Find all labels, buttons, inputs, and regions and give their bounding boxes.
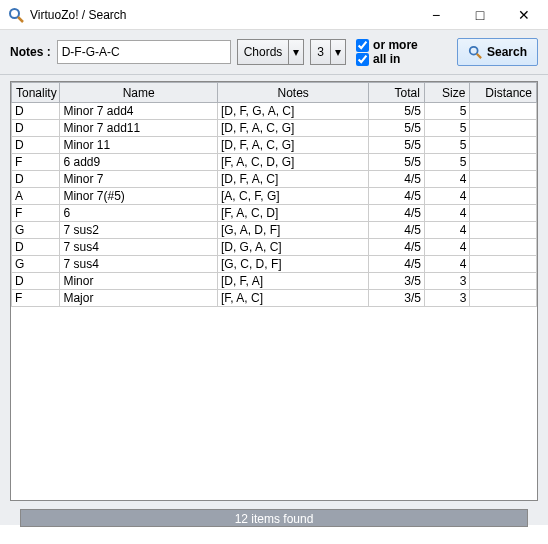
cell-notes: [F, A, C] bbox=[217, 290, 368, 307]
maximize-button[interactable]: □ bbox=[458, 1, 502, 29]
results-table-wrap: Tonality Name Notes Total Size Distance … bbox=[10, 81, 538, 501]
all-in-label: all in bbox=[373, 52, 400, 66]
cell-tonality: D bbox=[12, 137, 60, 154]
all-in-checkbox[interactable] bbox=[356, 53, 369, 66]
results-table: Tonality Name Notes Total Size Distance … bbox=[11, 82, 537, 307]
cell-size: 5 bbox=[424, 154, 469, 171]
cell-notes: [D, F, G, A, C] bbox=[217, 103, 368, 120]
notes-input[interactable] bbox=[57, 40, 231, 64]
cell-distance bbox=[470, 256, 537, 273]
cell-distance bbox=[470, 188, 537, 205]
col-notes[interactable]: Notes bbox=[217, 83, 368, 103]
cell-name: 6 bbox=[60, 205, 218, 222]
cell-size: 4 bbox=[424, 222, 469, 239]
col-tonality[interactable]: Tonality bbox=[12, 83, 60, 103]
cell-size: 4 bbox=[424, 256, 469, 273]
cell-size: 5 bbox=[424, 103, 469, 120]
search-button[interactable]: Search bbox=[457, 38, 538, 66]
col-name[interactable]: Name bbox=[60, 83, 218, 103]
cell-distance bbox=[470, 171, 537, 188]
table-row[interactable]: DMinor 7 add4[D, F, G, A, C]5/55 bbox=[12, 103, 537, 120]
cell-total: 5/5 bbox=[369, 137, 425, 154]
mode-dropdown-value: Chords bbox=[237, 39, 290, 65]
cell-size: 3 bbox=[424, 273, 469, 290]
table-row[interactable]: DMinor 7 add11[D, F, A, C, G]5/55 bbox=[12, 120, 537, 137]
cell-total: 5/5 bbox=[369, 120, 425, 137]
cell-distance bbox=[470, 222, 537, 239]
cell-tonality: F bbox=[12, 154, 60, 171]
cell-size: 5 bbox=[424, 120, 469, 137]
cell-distance bbox=[470, 290, 537, 307]
cell-total: 3/5 bbox=[369, 290, 425, 307]
table-row[interactable]: DMinor 11[D, F, A, C, G]5/55 bbox=[12, 137, 537, 154]
cell-distance bbox=[470, 103, 537, 120]
cell-name: Major bbox=[60, 290, 218, 307]
minimize-button[interactable]: − bbox=[414, 1, 458, 29]
cell-notes: [F, A, C, D, G] bbox=[217, 154, 368, 171]
cell-tonality: D bbox=[12, 171, 60, 188]
search-button-label: Search bbox=[487, 45, 527, 59]
all-in-checkbox-row[interactable]: all in bbox=[356, 52, 418, 66]
cell-name: 7 sus4 bbox=[60, 256, 218, 273]
cell-total: 4/5 bbox=[369, 256, 425, 273]
table-row[interactable]: AMinor 7(#5)[A, C, F, G]4/54 bbox=[12, 188, 537, 205]
cell-total: 3/5 bbox=[369, 273, 425, 290]
cell-size: 4 bbox=[424, 239, 469, 256]
svg-line-1 bbox=[18, 17, 23, 22]
cell-total: 4/5 bbox=[369, 171, 425, 188]
cell-size: 5 bbox=[424, 137, 469, 154]
window-title: VirtuoZo! / Search bbox=[30, 8, 414, 22]
table-row[interactable]: D7 sus4[D, G, A, C]4/54 bbox=[12, 239, 537, 256]
status-bar: 12 items found bbox=[20, 509, 528, 527]
table-row[interactable]: G7 sus4[G, C, D, F]4/54 bbox=[12, 256, 537, 273]
titlebar: VirtuoZo! / Search − □ ✕ bbox=[0, 0, 548, 30]
search-icon bbox=[468, 45, 482, 59]
cell-name: 7 sus4 bbox=[60, 239, 218, 256]
cell-name: Minor 7 add11 bbox=[60, 120, 218, 137]
chevron-down-icon: ▾ bbox=[331, 39, 346, 65]
table-row[interactable]: DMinor[D, F, A]3/53 bbox=[12, 273, 537, 290]
mode-dropdown[interactable]: Chords ▾ bbox=[237, 39, 305, 65]
close-button[interactable]: ✕ bbox=[502, 1, 546, 29]
table-header-row: Tonality Name Notes Total Size Distance bbox=[12, 83, 537, 103]
or-more-checkbox[interactable] bbox=[356, 39, 369, 52]
cell-name: 7 sus2 bbox=[60, 222, 218, 239]
cell-name: Minor 7(#5) bbox=[60, 188, 218, 205]
cell-name: 6 add9 bbox=[60, 154, 218, 171]
svg-point-0 bbox=[10, 9, 19, 18]
toolbar: Notes : Chords ▾ 3 ▾ or more all in Sear… bbox=[0, 30, 548, 75]
table-row[interactable]: G7 sus2[G, A, D, F]4/54 bbox=[12, 222, 537, 239]
svg-point-2 bbox=[470, 47, 478, 55]
cell-total: 4/5 bbox=[369, 239, 425, 256]
cell-name: Minor bbox=[60, 273, 218, 290]
col-distance[interactable]: Distance bbox=[470, 83, 537, 103]
count-dropdown[interactable]: 3 ▾ bbox=[310, 39, 346, 65]
cell-distance bbox=[470, 137, 537, 154]
notes-label: Notes : bbox=[10, 45, 51, 59]
table-row[interactable]: DMinor 7[D, F, A, C]4/54 bbox=[12, 171, 537, 188]
table-row[interactable]: F6 add9[F, A, C, D, G]5/55 bbox=[12, 154, 537, 171]
col-total[interactable]: Total bbox=[369, 83, 425, 103]
cell-tonality: G bbox=[12, 256, 60, 273]
cell-distance bbox=[470, 205, 537, 222]
cell-tonality: D bbox=[12, 120, 60, 137]
or-more-label: or more bbox=[373, 38, 418, 52]
or-more-checkbox-row[interactable]: or more bbox=[356, 38, 418, 52]
cell-notes: [G, C, D, F] bbox=[217, 256, 368, 273]
cell-distance bbox=[470, 273, 537, 290]
cell-tonality: D bbox=[12, 273, 60, 290]
cell-notes: [D, F, A] bbox=[217, 273, 368, 290]
app-icon bbox=[8, 7, 24, 23]
cell-size: 4 bbox=[424, 205, 469, 222]
cell-tonality: A bbox=[12, 188, 60, 205]
col-size[interactable]: Size bbox=[424, 83, 469, 103]
table-row[interactable]: F6[F, A, C, D]4/54 bbox=[12, 205, 537, 222]
table-row[interactable]: FMajor[F, A, C]3/53 bbox=[12, 290, 537, 307]
cell-tonality: F bbox=[12, 290, 60, 307]
cell-notes: [D, F, A, C, G] bbox=[217, 120, 368, 137]
cell-tonality: F bbox=[12, 205, 60, 222]
cell-size: 3 bbox=[424, 290, 469, 307]
cell-distance bbox=[470, 120, 537, 137]
cell-total: 4/5 bbox=[369, 188, 425, 205]
cell-size: 4 bbox=[424, 188, 469, 205]
